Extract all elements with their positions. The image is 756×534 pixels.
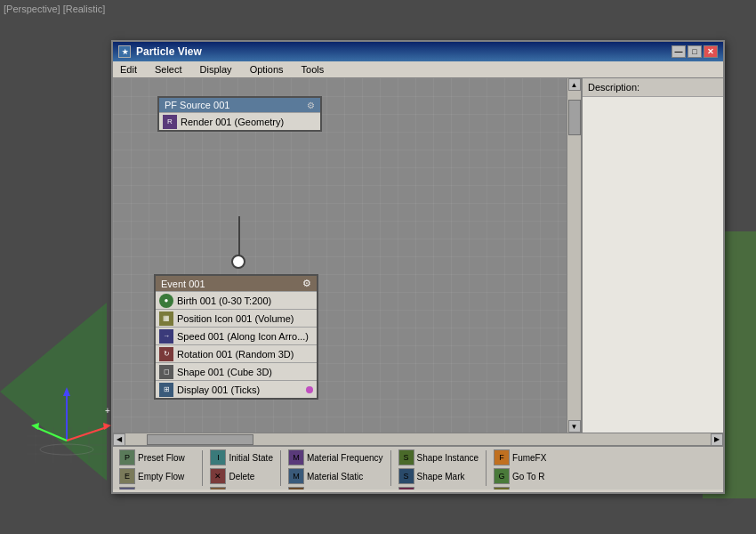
maximize-button[interactable]: □ [688,45,702,58]
render-row[interactable]: R Render 001 (Geometry) [159,112,320,130]
menu-bar: Edit Select Display Options Tools [113,61,723,78]
node-editor[interactable]: PF Source 001 ⚙ R Render 001 (Geometry) … [113,78,567,433]
minimize-button[interactable]: — [672,45,686,58]
svg-line-8 [67,427,107,441]
render-label: Render 001 (Geometry) [181,117,284,127]
initial-state-icon: I [210,449,226,465]
material-static-icon: M [288,468,304,484]
shape-row[interactable]: ◻ Shape 001 (Cube 3D) [156,362,317,380]
event-gear-icon: ⚙ [302,278,311,289]
shape-label: Shape 001 (Cube 3D) [177,367,272,377]
speed-bottom-icon: V [398,487,414,490]
placement-paint-button[interactable]: P Placement Paint [286,486,386,490]
material-frequency-label: Material Frequency [307,453,383,463]
menu-edit[interactable]: Edit [117,63,141,76]
speed-row[interactable]: → Speed 001 (Along Icon Arro...) [156,327,317,344]
rotation-icon: ↻ [159,347,173,361]
display-label: Display 001 (Ticks) [177,384,260,395]
material-static-button[interactable]: M Material Static [286,467,386,485]
window-title: Particle View [136,45,202,58]
delete-label: Delete [229,472,254,481]
shape-mark-button[interactable]: S Shape Mark [396,467,482,485]
menu-display[interactable]: Display [197,63,236,76]
material-frequency-icon: M [288,449,304,465]
description-label: Description: [583,78,723,97]
scroll-right-arrow[interactable]: ▶ [711,433,723,446]
particle-view-window: ★ Particle View — □ ✕ Edit Select Displa… [111,40,725,494]
fumefx-button[interactable]: F FumeFX [491,449,549,466]
initial-state-button[interactable]: I Initial State [207,449,275,466]
standard-flow-icon: S [119,487,135,490]
scroll-down-arrow[interactable]: ▼ [568,420,581,433]
pf-source-node[interactable]: PF Source 001 ⚙ R Render 001 (Geometry) [157,96,322,132]
scroll-up-arrow[interactable]: ▲ [568,78,581,91]
fx-tools-group: F FumeFX G Go To R L Lock/Bo [491,449,549,488]
scroll-thumb-h[interactable] [147,434,253,445]
scroll-thumb-v[interactable] [568,100,581,135]
shape-instance-button[interactable]: S Shape Instance [396,449,482,466]
title-bar: ★ Particle View — □ ✕ [113,42,723,61]
shape-instance-label: Shape Instance [417,453,479,463]
fumefx-icon: F [494,449,510,465]
force-button[interactable]: F Force [207,486,275,490]
divider-2 [280,450,281,486]
delete-button[interactable]: ✕ Delete [207,467,275,485]
menu-options[interactable]: Options [246,63,287,76]
svg-marker-10 [63,387,70,396]
menu-select[interactable]: Select [151,63,186,76]
empty-flow-label: Empty Flow [138,472,184,481]
divider-4 [486,450,487,486]
preset-flow-button[interactable]: P Preset Flow [117,449,197,466]
window-icon: ★ [118,45,131,58]
speed-icon: → [159,329,173,344]
placement-paint-icon: P [288,487,304,490]
delete-icon: ✕ [210,468,226,484]
render-icon: R [163,115,177,129]
close-button[interactable]: ✕ [704,45,718,58]
svg-text:+: + [105,406,110,416]
goto-label: Go To R [512,472,545,481]
birth-icon: ● [159,294,173,308]
divider-1 [202,450,203,486]
shape-mark-icon: S [398,468,414,484]
preset-flow-label: Preset Flow [138,453,185,463]
description-content [583,97,723,433]
description-panel: Description: [581,78,723,433]
position-row[interactable]: ▦ Position Icon 001 (Volume) [156,309,317,327]
vertical-scrollbar[interactable]: ▲ ▼ [567,78,581,433]
empty-flow-icon: E [119,468,135,484]
rotation-row[interactable]: ↻ Rotation 001 (Random 3D) [156,344,317,362]
horizontal-scrollbar[interactable]: ◀ ▶ [113,433,723,445]
goto-button[interactable]: G Go To R [491,467,549,485]
scroll-left-arrow[interactable]: ◀ [113,433,125,446]
pf-source-header: PF Source 001 ⚙ [159,98,320,112]
material-static-label: Material Static [307,472,363,481]
svg-marker-12 [31,423,39,430]
empty-flow-button[interactable]: E Empty Flow [117,467,197,485]
speed-bottom-button[interactable]: V Speed [396,486,482,490]
display-icon: ⊞ [159,383,173,397]
birth-row[interactable]: ● Birth 001 (0-30 T:200) [156,291,317,309]
event-node[interactable]: Event 001 ⚙ ● Birth 001 (0-30 T:200) ▦ P… [154,274,318,400]
display-row[interactable]: ⊞ Display 001 (Ticks) [156,380,317,398]
main-content-area: PF Source 001 ⚙ R Render 001 (Geometry) … [113,78,723,433]
menu-tools[interactable]: Tools [298,63,328,76]
preset-flow-icon: P [119,449,135,465]
standard-flow-button[interactable]: S Standard Flow [117,486,197,490]
material-frequency-button[interactable]: M Material Frequency [286,449,386,466]
flow-tools-group: P Preset Flow E Empty Flow S Standard Fl… [117,449,197,488]
viewport-label: [Perspective] [Realistic] [4,4,105,14]
force-icon: F [210,487,226,490]
output-connector-dot [306,386,313,393]
title-controls: — □ ✕ [672,45,718,58]
svg-point-15 [40,444,93,455]
shape-icon: ◻ [159,365,173,379]
bottom-toolbar: P Preset Flow E Empty Flow S Standard Fl… [113,445,723,490]
fumefx-label: FumeFX [512,453,546,463]
lock-icon: L [494,487,510,490]
rotation-label: Rotation 001 (Random 3D) [177,349,294,360]
position-icon: ▦ [159,312,173,326]
svg-marker-11 [103,423,111,430]
initial-state-label: Initial State [229,453,272,463]
lock-button[interactable]: L Lock/Bo [491,486,549,490]
